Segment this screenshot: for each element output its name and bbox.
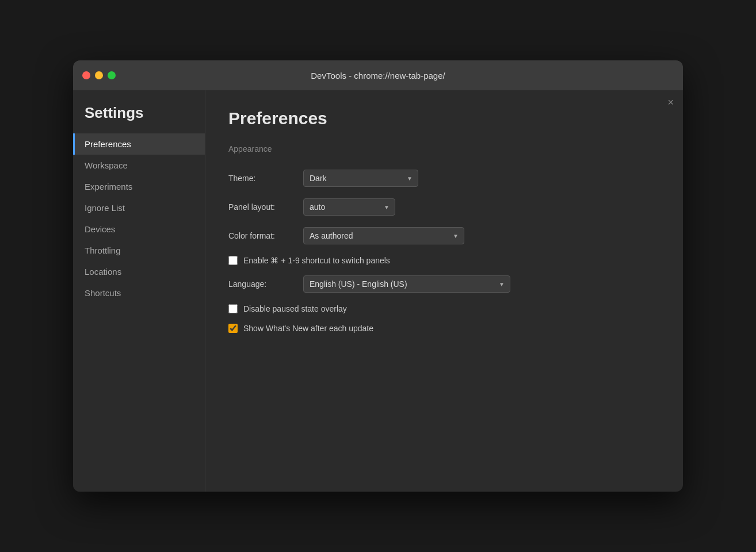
color-format-select-wrapper: As authored HEX RGB HSL xyxy=(303,227,464,244)
theme-row: Theme: Dark System preference Light xyxy=(228,170,660,187)
minimize-button[interactable] xyxy=(95,71,103,79)
panel-layout-select-wrapper: auto horizontal vertical xyxy=(303,198,395,216)
panel-layout-row: Panel layout: auto horizontal vertical xyxy=(228,198,660,216)
sidebar-item-experiments[interactable]: Experiments xyxy=(73,176,205,197)
theme-label: Theme: xyxy=(228,174,303,183)
theme-select[interactable]: Dark System preference Light xyxy=(303,170,418,187)
shortcut-checkbox[interactable] xyxy=(228,256,238,265)
sidebar-heading: Settings xyxy=(73,104,205,133)
main-panel: × Preferences Appearance Theme: Dark Sys… xyxy=(205,90,683,492)
window-title: DevTools - chrome://new-tab-page/ xyxy=(311,71,445,80)
panel-layout-label: Panel layout: xyxy=(228,202,303,212)
language-label: Language: xyxy=(228,279,303,289)
color-format-select[interactable]: As authored HEX RGB HSL xyxy=(303,227,464,244)
close-button[interactable] xyxy=(82,71,90,79)
sidebar-item-throttling[interactable]: Throttling xyxy=(73,240,205,261)
show-whats-new-checkbox[interactable] xyxy=(228,324,238,333)
show-whats-new-label[interactable]: Show What's New after each update xyxy=(243,324,373,333)
sidebar-item-preferences[interactable]: Preferences xyxy=(73,133,205,155)
shortcut-checkbox-row: Enable ⌘ + 1-9 shortcut to switch panels xyxy=(228,256,660,265)
disable-paused-row: Disable paused state overlay xyxy=(228,304,660,313)
language-row: Language: English (US) - English (US) De… xyxy=(228,275,660,293)
maximize-button[interactable] xyxy=(108,71,116,79)
content-area: Settings Preferences Workspace Experimen… xyxy=(73,90,683,492)
show-whats-new-row: Show What's New after each update xyxy=(228,324,660,333)
sidebar-item-workspace[interactable]: Workspace xyxy=(73,155,205,176)
language-select-wrapper: English (US) - English (US) Deutsch Fran… xyxy=(303,275,510,293)
language-select[interactable]: English (US) - English (US) Deutsch Fran… xyxy=(303,275,510,293)
panel-layout-select[interactable]: auto horizontal vertical xyxy=(303,198,395,216)
sidebar-item-ignore-list[interactable]: Ignore List xyxy=(73,197,205,218)
appearance-section-title: Appearance xyxy=(228,144,660,158)
titlebar: DevTools - chrome://new-tab-page/ xyxy=(73,60,683,90)
devtools-window: DevTools - chrome://new-tab-page/ Settin… xyxy=(73,60,683,492)
color-format-row: Color format: As authored HEX RGB HSL xyxy=(228,227,660,244)
traffic-lights xyxy=(82,71,116,79)
shortcut-checkbox-label[interactable]: Enable ⌘ + 1-9 shortcut to switch panels xyxy=(243,256,390,265)
disable-paused-label[interactable]: Disable paused state overlay xyxy=(243,304,347,313)
sidebar-item-devices[interactable]: Devices xyxy=(73,218,205,240)
sidebar-item-locations[interactable]: Locations xyxy=(73,261,205,282)
disable-paused-checkbox[interactable] xyxy=(228,304,238,313)
theme-select-wrapper: Dark System preference Light xyxy=(303,170,418,187)
sidebar-item-shortcuts[interactable]: Shortcuts xyxy=(73,282,205,304)
color-format-label: Color format: xyxy=(228,231,303,240)
close-icon[interactable]: × xyxy=(667,97,674,108)
sidebar: Settings Preferences Workspace Experimen… xyxy=(73,90,205,492)
page-title: Preferences xyxy=(228,109,660,128)
